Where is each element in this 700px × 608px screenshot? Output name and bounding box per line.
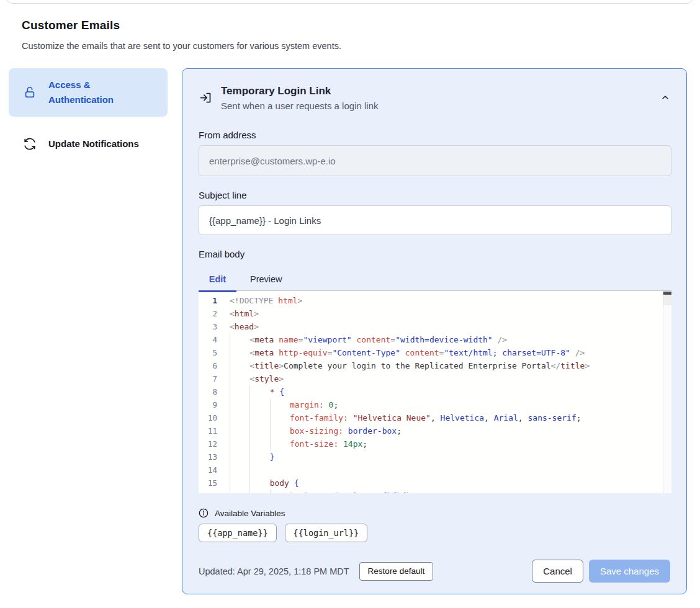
- available-variables-row: Available Variables: [199, 508, 670, 518]
- variable-chips: {{app_name}} {{login_url}}: [199, 524, 670, 542]
- panel-footer: Updated: Apr 29, 2025, 1:18 PM MDT Resto…: [199, 560, 670, 583]
- chevron-up-icon[interactable]: [660, 92, 670, 102]
- refresh-icon: [22, 136, 37, 151]
- code-line: 7 <style>: [199, 372, 671, 385]
- code-line: 9 margin: 0;: [199, 398, 671, 411]
- code-line: 14: [199, 463, 671, 476]
- panel-header-text: Temporary Login Link Sent when a user re…: [221, 85, 378, 111]
- code-line: 2<html>: [199, 307, 671, 320]
- updated-timestamp: Updated: Apr 29, 2025, 1:18 PM MDT: [199, 566, 349, 576]
- panel-subtitle: Sent when a user requests a login link: [221, 101, 378, 111]
- available-variables-label: Available Variables: [215, 509, 285, 518]
- previous-card-bottom-edge: [6, 0, 693, 4]
- code-line: 6 <title>Complete your login to the Repl…: [199, 359, 671, 372]
- variable-chip-login-url[interactable]: {{login_url}}: [285, 524, 368, 542]
- page-header: Customer Emails Customize the emails tha…: [22, 19, 580, 51]
- tab-preview[interactable]: Preview: [250, 270, 282, 284]
- footer-action-buttons: Cancel Save changes: [532, 560, 670, 583]
- code-line: 15 body {: [199, 476, 671, 490]
- panel-header: Temporary Login Link Sent when a user re…: [199, 85, 670, 116]
- subject-line-input[interactable]: [199, 205, 671, 235]
- code-line: 8 * {: [199, 385, 671, 398]
- email-body-label: Email body: [199, 249, 670, 259]
- subject-line-label: Subject line: [199, 190, 670, 200]
- lock-icon: [22, 85, 37, 100]
- code-line: 4 <meta name="viewport" content="width=d…: [199, 333, 671, 346]
- from-address-label: From address: [199, 130, 670, 140]
- temporary-login-link-panel: Temporary Login Link Sent when a user re…: [182, 68, 687, 594]
- tab-edit[interactable]: Edit: [199, 270, 236, 284]
- sidebar-item-label: Access & Authentication: [48, 78, 141, 107]
- page-title: Customer Emails: [22, 19, 580, 32]
- code-line: 10 font-family: "Helvetica Neue", Helvet…: [199, 411, 671, 424]
- panel-title: Temporary Login Link: [221, 85, 378, 97]
- code-lines: 1<!DOCTYPE html>2<html>3<head>4 <meta na…: [199, 291, 671, 493]
- variable-chip-app-name[interactable]: {{app_name}}: [199, 524, 277, 542]
- restore-default-button[interactable]: Restore default: [359, 562, 434, 581]
- sidebar-item-label: Update Notifications: [48, 136, 139, 151]
- login-icon: [199, 91, 212, 104]
- info-icon: [199, 508, 209, 518]
- code-line: 5 <meta http-equiv="Content-Type" conten…: [199, 346, 671, 359]
- sidebar-item-update-notifications[interactable]: Update Notifications: [9, 128, 168, 160]
- code-line: 1<!DOCTYPE html>: [199, 294, 671, 307]
- code-line: 3<head>: [199, 320, 671, 333]
- email-body-editor-wrap: 1<!DOCTYPE html>2<html>3<head>4 <meta na…: [199, 290, 671, 493]
- sidebar-item-access-authentication[interactable]: Access & Authentication: [9, 68, 168, 117]
- page-subtitle: Customize the emails that are sent to yo…: [22, 41, 580, 51]
- email-body-tabs: Edit Preview: [199, 270, 670, 290]
- code-editor[interactable]: 1<!DOCTYPE html>2<html>3<head>4 <meta na…: [199, 290, 671, 493]
- active-tab-indicator: [199, 290, 236, 292]
- email-types-sidebar: Access & Authentication Update Notificat…: [9, 68, 168, 160]
- code-line: 16 background-color: #fbfbfb;: [199, 490, 671, 493]
- editor-scrollbar-thumb[interactable]: [663, 292, 671, 295]
- code-line: 13 }: [199, 450, 671, 463]
- cancel-button[interactable]: Cancel: [532, 560, 583, 583]
- editor-scrollbar[interactable]: [663, 291, 671, 493]
- code-line: 11 box-sizing: border-box;: [199, 424, 671, 437]
- save-changes-button[interactable]: Save changes: [589, 560, 670, 583]
- from-address-input[interactable]: [199, 145, 671, 176]
- code-line: 12 font-size: 14px;: [199, 437, 671, 450]
